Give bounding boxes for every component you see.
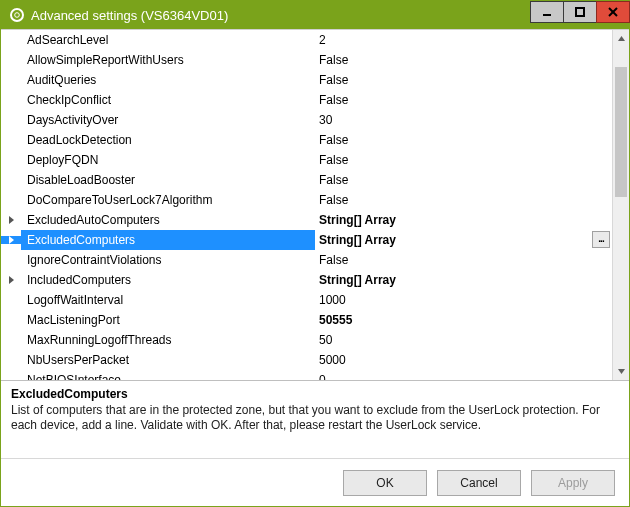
ellipsis-button[interactable]: ... [592, 231, 610, 248]
scroll-track[interactable] [613, 47, 629, 363]
property-value[interactable]: 2 [315, 30, 612, 50]
svg-point-1 [15, 13, 20, 18]
property-row[interactable]: ExcludedAutoComputersString[] Array [1, 210, 612, 230]
property-name[interactable]: NetBIOSInterface [21, 370, 315, 380]
property-value-text: 0 [319, 373, 326, 380]
property-row[interactable]: AllowSimpleReportWithUsersFalse [1, 50, 612, 70]
property-row[interactable]: AdSearchLevel2 [1, 30, 612, 50]
svg-marker-6 [618, 36, 625, 41]
property-value[interactable]: False [315, 70, 612, 90]
property-row[interactable]: DisableLoadBoosterFalse [1, 170, 612, 190]
property-value-text: False [319, 193, 348, 207]
property-value[interactable]: 50555 [315, 310, 612, 330]
button-bar: OK Cancel Apply [1, 458, 629, 506]
property-value-text: False [319, 173, 348, 187]
property-value[interactable]: False [315, 50, 612, 70]
property-name[interactable]: IncludedComputers [21, 270, 315, 290]
property-value-text: 50 [319, 333, 332, 347]
property-value-text: False [319, 73, 348, 87]
expand-toggle-icon[interactable] [1, 276, 21, 284]
property-value[interactable]: 30 [315, 110, 612, 130]
property-value-text: False [319, 53, 348, 67]
property-value-text: False [319, 253, 348, 267]
scroll-down-arrow-icon[interactable] [613, 363, 629, 380]
description-panel: ExcludedComputers List of computers that… [1, 380, 629, 458]
property-value[interactable]: False [315, 190, 612, 210]
ok-button[interactable]: OK [343, 470, 427, 496]
property-name[interactable]: ExcludedComputers [21, 230, 315, 250]
property-row[interactable]: MacListeningPort50555 [1, 310, 612, 330]
property-value[interactable]: 5000 [315, 350, 612, 370]
property-value-text: 2 [319, 33, 326, 47]
property-value[interactable]: False [315, 170, 612, 190]
expand-toggle-icon[interactable] [1, 236, 21, 244]
property-name[interactable]: AuditQueries [21, 70, 315, 90]
property-row[interactable]: LogoffWaitInterval1000 [1, 290, 612, 310]
property-value-text: 50555 [319, 313, 352, 327]
property-value[interactable]: 50 [315, 330, 612, 350]
property-name[interactable]: ExcludedAutoComputers [21, 210, 315, 230]
property-grid[interactable]: AdSearchLevel2AllowSimpleReportWithUsers… [1, 30, 612, 380]
property-name[interactable]: DeployFQDN [21, 150, 315, 170]
property-value[interactable]: False [315, 250, 612, 270]
property-value[interactable]: 0 [315, 370, 612, 380]
window-title: Advanced settings (VS6364VD01) [31, 8, 530, 23]
property-value-text: 1000 [319, 293, 346, 307]
property-row[interactable]: AuditQueriesFalse [1, 70, 612, 90]
property-row[interactable]: NetBIOSInterface0 [1, 370, 612, 380]
property-name[interactable]: LogoffWaitInterval [21, 290, 315, 310]
close-button[interactable] [596, 1, 630, 23]
maximize-button[interactable] [563, 1, 597, 23]
description-title: ExcludedComputers [11, 387, 619, 401]
property-name[interactable]: NbUsersPerPacket [21, 350, 315, 370]
scroll-thumb[interactable] [615, 67, 627, 197]
property-row[interactable]: DeadLockDetectionFalse [1, 130, 612, 150]
property-row[interactable]: IncludedComputersString[] Array [1, 270, 612, 290]
property-row[interactable]: DoCompareToUserLock7AlgorithmFalse [1, 190, 612, 210]
property-name[interactable]: DoCompareToUserLock7Algorithm [21, 190, 315, 210]
property-value-text: String[] Array [319, 233, 396, 247]
minimize-button[interactable] [530, 1, 564, 23]
property-name[interactable]: CheckIpConflict [21, 90, 315, 110]
property-name[interactable]: DeadLockDetection [21, 130, 315, 150]
vertical-scrollbar[interactable] [612, 30, 629, 380]
property-value[interactable]: String[] Array... [315, 230, 612, 250]
svg-rect-3 [576, 8, 584, 16]
property-row[interactable]: DaysActivityOver30 [1, 110, 612, 130]
description-text: List of computers that are in the protec… [11, 403, 619, 433]
property-name[interactable]: DisableLoadBooster [21, 170, 315, 190]
property-value[interactable]: 1000 [315, 290, 612, 310]
property-row[interactable]: ExcludedComputersString[] Array... [1, 230, 612, 250]
scroll-up-arrow-icon[interactable] [613, 30, 629, 47]
property-value-text: 30 [319, 113, 332, 127]
property-name[interactable]: MaxRunningLogoffThreads [21, 330, 315, 350]
property-name[interactable]: AdSearchLevel [21, 30, 315, 50]
property-row[interactable]: CheckIpConflictFalse [1, 90, 612, 110]
property-row[interactable]: MaxRunningLogoffThreads50 [1, 330, 612, 350]
titlebar: Advanced settings (VS6364VD01) [1, 1, 629, 29]
property-name[interactable]: IgnoreContraintViolations [21, 250, 315, 270]
property-value-text: String[] Array [319, 273, 396, 287]
app-icon [9, 7, 25, 23]
property-value[interactable]: False [315, 150, 612, 170]
property-name[interactable]: AllowSimpleReportWithUsers [21, 50, 315, 70]
property-value[interactable]: False [315, 90, 612, 110]
property-name[interactable]: DaysActivityOver [21, 110, 315, 130]
property-row[interactable]: IgnoreContraintViolationsFalse [1, 250, 612, 270]
expand-toggle-icon[interactable] [1, 216, 21, 224]
property-value-text: False [319, 93, 348, 107]
window: Advanced settings (VS6364VD01) AdSearchL… [0, 0, 630, 507]
apply-button[interactable]: Apply [531, 470, 615, 496]
property-value[interactable]: String[] Array [315, 210, 612, 230]
property-value[interactable]: False [315, 130, 612, 150]
property-row[interactable]: NbUsersPerPacket5000 [1, 350, 612, 370]
window-controls [530, 1, 629, 29]
cancel-button[interactable]: Cancel [437, 470, 521, 496]
svg-rect-2 [543, 14, 551, 16]
property-name[interactable]: MacListeningPort [21, 310, 315, 330]
property-grid-area: AdSearchLevel2AllowSimpleReportWithUsers… [1, 29, 629, 380]
property-value[interactable]: String[] Array [315, 270, 612, 290]
property-row[interactable]: DeployFQDNFalse [1, 150, 612, 170]
svg-marker-7 [618, 369, 625, 374]
property-value-text: False [319, 153, 348, 167]
